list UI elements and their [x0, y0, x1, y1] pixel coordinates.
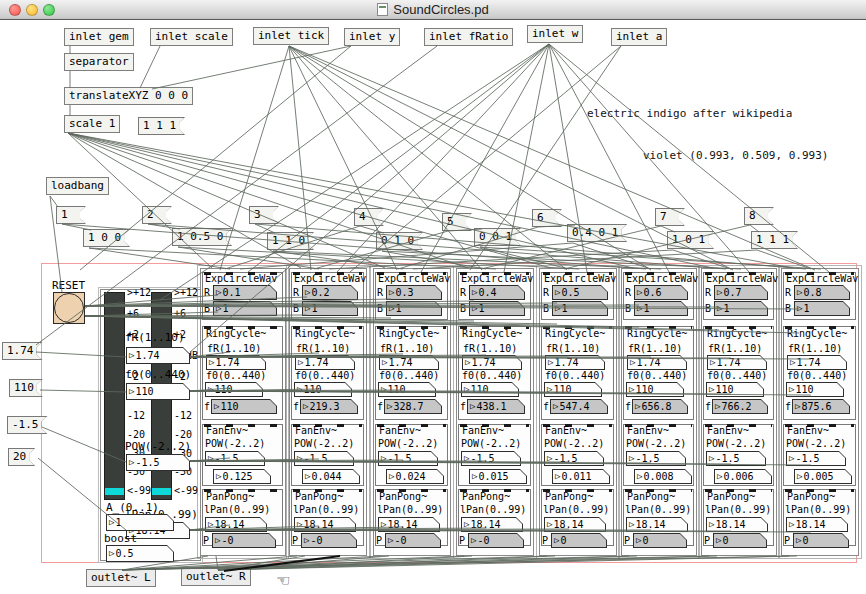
preset-msg-7[interactable]: 1 0 1 — [667, 231, 714, 249]
fr-number-2[interactable]: ▷1.74 — [295, 355, 355, 370]
pow-number-7[interactable]: ▷-1.5 — [706, 451, 766, 466]
f-number-7[interactable]: ▷766.2 — [712, 399, 768, 414]
preset-msg-4[interactable]: 0 1 0 — [376, 232, 423, 250]
side-msg-pow[interactable]: -1.5 — [7, 416, 48, 434]
f0-number-8[interactable]: ▷110 — [786, 382, 844, 397]
p-number-8[interactable]: ▷0 — [793, 533, 849, 548]
preset-msg-6[interactable]: 0.4 0 1 — [567, 224, 627, 242]
param-number-pow[interactable]: ▷-1.5 — [126, 454, 190, 471]
r-number-5[interactable]: ▷0.5 — [552, 285, 608, 300]
preset-num-2[interactable]: 2 — [142, 206, 172, 224]
preset-num-7[interactable]: 7 — [655, 208, 685, 226]
env-number-7[interactable]: ▷0.006 — [714, 469, 772, 484]
p-number-4[interactable]: ▷-0 — [468, 533, 524, 548]
pow-number-6[interactable]: ▷-1.5 — [626, 451, 686, 466]
r-number-8[interactable]: ▷0.8 — [794, 285, 850, 300]
env-number-3[interactable]: ▷0.024 — [386, 469, 444, 484]
preset-msg-2[interactable]: 1 0.5 0 — [172, 228, 232, 246]
fr-number-6[interactable]: ▷1.74 — [627, 355, 687, 370]
pow-number-4[interactable]: ▷-1.5 — [461, 451, 521, 466]
r-number-3[interactable]: ▷0.3 — [386, 285, 442, 300]
lpan-number-1[interactable]: ▷18.14 — [205, 517, 267, 532]
f-number-5[interactable]: ▷547.4 — [550, 399, 608, 414]
preset-msg-3[interactable]: 1 1 0 — [267, 232, 314, 250]
minimize-window-button[interactable] — [26, 4, 38, 16]
b-number-8[interactable]: ▷1 — [794, 301, 850, 316]
f0-number-7[interactable]: ▷110 — [706, 382, 764, 397]
pow-number-3[interactable]: ▷-1.5 — [378, 451, 438, 466]
b-number-7[interactable]: ▷1 — [714, 301, 768, 316]
env-number-2[interactable]: ▷0.044 — [302, 469, 360, 484]
r-number-2[interactable]: ▷0.2 — [302, 285, 358, 300]
pow-number-5[interactable]: ▷-1.5 — [544, 451, 604, 466]
preset-num-3[interactable]: 3 — [249, 206, 279, 224]
lpan-number-2[interactable]: ▷18.14 — [294, 517, 356, 532]
b-number-5[interactable]: ▷1 — [552, 301, 608, 316]
fr-number-5[interactable]: ▷1.74 — [545, 355, 605, 370]
boost-number[interactable]: ▷0.5 — [106, 545, 174, 562]
fr-number-3[interactable]: ▷1.74 — [379, 355, 439, 370]
f0-number-3[interactable]: ▷110 — [378, 382, 436, 397]
f0-number-4[interactable]: ▷110 — [461, 382, 519, 397]
f0-number-6[interactable]: ▷110 — [626, 382, 684, 397]
f-number-8[interactable]: ▷875.6 — [792, 399, 850, 414]
pow-number-1[interactable]: ▷-1.5 — [205, 451, 265, 466]
preset-msg-5[interactable]: 0 0 1 — [474, 228, 521, 246]
r-number-7[interactable]: ▷0.7 — [714, 285, 768, 300]
reset-bang-button[interactable] — [53, 292, 85, 324]
b-number-1[interactable]: ▷1 — [213, 301, 277, 316]
lpan-number-7[interactable]: ▷18.14 — [706, 517, 768, 532]
pow-number-8[interactable]: ▷-1.5 — [786, 451, 846, 466]
f0-number-5[interactable]: ▷110 — [544, 382, 602, 397]
r-number-4[interactable]: ▷0.4 — [469, 285, 525, 300]
f-number-3[interactable]: ▷328.7 — [384, 399, 442, 414]
preset-num-6[interactable]: 6 — [532, 209, 562, 227]
p-number-2[interactable]: ▷-0 — [301, 533, 357, 548]
p-number-5[interactable]: ▷0 — [551, 533, 607, 548]
lpan-number-6[interactable]: ▷18.14 — [626, 517, 688, 532]
b-number-4[interactable]: ▷1 — [469, 301, 525, 316]
r-number-1[interactable]: ▷0.1 — [213, 285, 277, 300]
r-number-6[interactable]: ▷0.6 — [634, 285, 688, 300]
side-msg-fr[interactable]: 1.74 — [2, 342, 43, 360]
zoom-window-button[interactable] — [43, 4, 55, 16]
f-number-1[interactable]: ▷110 — [211, 399, 277, 414]
amp-number[interactable]: ▷1 — [106, 514, 174, 531]
f-number-4[interactable]: ▷438.1 — [467, 399, 525, 414]
preset-num-8[interactable]: 8 — [744, 207, 774, 225]
preset-msg-1[interactable]: 1 0 0 — [83, 229, 130, 247]
lpan-number-8[interactable]: ▷18.14 — [786, 517, 848, 532]
env-number-5[interactable]: ▷0.011 — [552, 469, 610, 484]
b-number-6[interactable]: ▷1 — [634, 301, 688, 316]
p-number-1[interactable]: ▷-0 — [212, 533, 276, 548]
env-number-4[interactable]: ▷0.015 — [469, 469, 527, 484]
fr-number-8[interactable]: ▷1.74 — [787, 355, 847, 370]
fr-number-1[interactable]: ▷1.74 — [206, 355, 266, 370]
b-number-2[interactable]: ▷1 — [302, 301, 358, 316]
f-number-2[interactable]: ▷219.3 — [300, 399, 358, 414]
param-number-f0[interactable]: ▷110 — [126, 383, 190, 400]
f-number-6[interactable]: ▷656.8 — [632, 399, 688, 414]
env-number-1[interactable]: ▷0.125 — [213, 469, 271, 484]
param-number-fr[interactable]: ▷1.74 — [126, 347, 190, 364]
f0-number-1[interactable]: ▷110 — [205, 382, 263, 397]
lpan-number-4[interactable]: ▷18.14 — [461, 517, 523, 532]
side-msg-f0[interactable]: 110 — [9, 379, 43, 397]
side-msg-lpan[interactable]: 20 — [8, 448, 35, 466]
preset-num-1[interactable]: 1 — [56, 206, 86, 224]
preset-num-5[interactable]: 5 — [442, 213, 472, 231]
f0-number-2[interactable]: ▷110 — [294, 382, 352, 397]
fr-number-7[interactable]: ▷1.74 — [707, 355, 767, 370]
p-number-7[interactable]: ▷0 — [713, 533, 767, 548]
p-number-3[interactable]: ▷-0 — [385, 533, 441, 548]
message-1-1-1-top[interactable]: 1 1 1 — [138, 117, 185, 135]
env-number-8[interactable]: ▷0.005 — [794, 469, 852, 484]
lpan-number-5[interactable]: ▷18.14 — [544, 517, 606, 532]
b-number-3[interactable]: ▷1 — [386, 301, 442, 316]
fr-number-4[interactable]: ▷1.74 — [462, 355, 522, 370]
close-window-button[interactable] — [9, 4, 21, 16]
pow-number-2[interactable]: ▷-1.5 — [294, 451, 354, 466]
env-number-6[interactable]: ▷0.008 — [634, 469, 692, 484]
p-number-6[interactable]: ▷0 — [633, 533, 687, 548]
lpan-number-3[interactable]: ▷18.14 — [378, 517, 440, 532]
